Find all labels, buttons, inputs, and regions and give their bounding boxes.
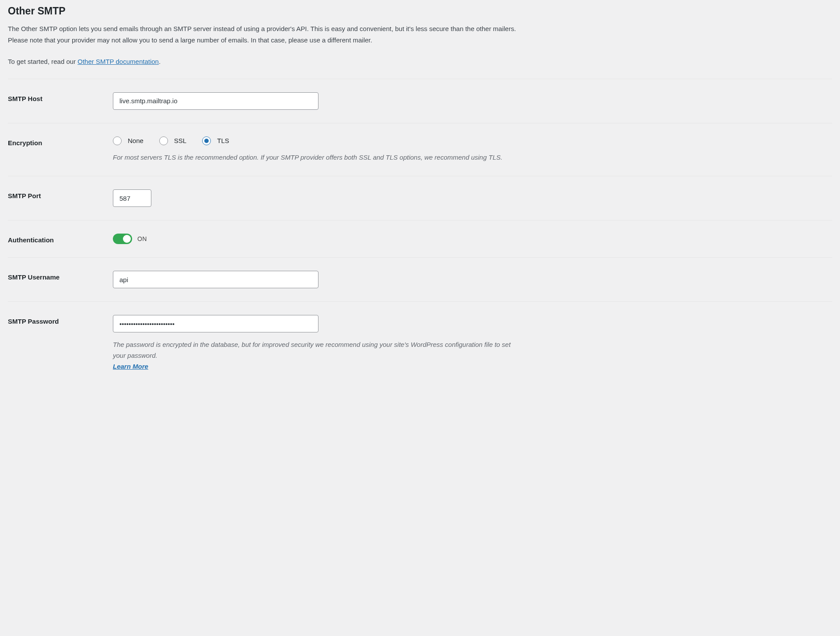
- radio-icon-checked: [202, 136, 211, 145]
- radio-label-tls: TLS: [217, 137, 229, 144]
- encryption-radio-none[interactable]: None: [113, 136, 144, 145]
- label-encryption: Encryption: [8, 136, 113, 147]
- doc-link[interactable]: Other SMTP documentation: [77, 58, 159, 65]
- radio-label-none: None: [128, 137, 144, 144]
- section-title: Other SMTP: [8, 5, 832, 17]
- smtp-password-input[interactable]: [113, 315, 318, 332]
- auth-toggle[interactable]: [113, 234, 132, 244]
- section-intro-2: To get started, read our Other SMTP docu…: [8, 56, 528, 67]
- encryption-radio-tls[interactable]: TLS: [202, 136, 229, 145]
- label-smtp-port: SMTP Port: [8, 189, 113, 199]
- intro-2-suffix: .: [159, 58, 161, 65]
- label-smtp-host: SMTP Host: [8, 92, 113, 102]
- smtp-username-input[interactable]: [113, 271, 318, 288]
- row-authentication: Authentication ON: [8, 220, 832, 257]
- password-help: The password is encrypted in the databas…: [113, 339, 515, 372]
- encryption-help: For most servers TLS is the recommended …: [113, 152, 515, 163]
- label-authentication: Authentication: [8, 234, 113, 244]
- intro-2-prefix: To get started, read our: [8, 58, 77, 65]
- section-intro-1: The Other SMTP option lets you send emai…: [8, 23, 528, 45]
- radio-label-ssl: SSL: [174, 137, 186, 144]
- label-smtp-username: SMTP Username: [8, 271, 113, 281]
- smtp-port-input[interactable]: [113, 189, 151, 207]
- radio-icon: [159, 136, 168, 145]
- smtp-host-input[interactable]: [113, 92, 318, 110]
- toggle-knob-icon: [123, 235, 131, 243]
- auth-toggle-state: ON: [137, 235, 147, 242]
- row-smtp-username: SMTP Username: [8, 257, 832, 301]
- encryption-radio-ssl[interactable]: SSL: [159, 136, 186, 145]
- radio-icon: [113, 136, 122, 145]
- row-encryption: Encryption None SSL TLS For most servers…: [8, 123, 832, 176]
- row-smtp-host: SMTP Host: [8, 79, 832, 123]
- password-help-text: The password is encrypted in the databas…: [113, 341, 511, 359]
- label-smtp-password: SMTP Password: [8, 315, 113, 325]
- row-smtp-port: SMTP Port: [8, 176, 832, 220]
- row-smtp-password: SMTP Password The password is encrypted …: [8, 301, 832, 385]
- radio-dot-icon: [204, 139, 209, 143]
- password-learn-more[interactable]: Learn More: [113, 363, 148, 370]
